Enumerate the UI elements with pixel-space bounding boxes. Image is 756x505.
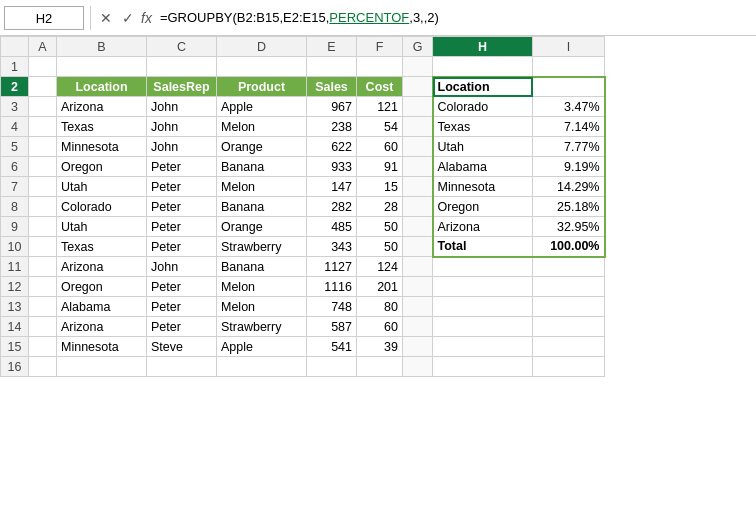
cell-A12[interactable]	[29, 277, 57, 297]
cell-A6[interactable]	[29, 157, 57, 177]
cell-G13[interactable]	[403, 297, 433, 317]
cell-A7[interactable]	[29, 177, 57, 197]
cell-A5[interactable]	[29, 137, 57, 157]
cell-C6[interactable]: Peter	[147, 157, 217, 177]
cell-G12[interactable]	[403, 277, 433, 297]
cell-G10[interactable]	[403, 237, 433, 257]
cell-F6[interactable]: 91	[357, 157, 403, 177]
cell-H3[interactable]: Colorado	[433, 97, 533, 117]
row-header-7[interactable]: 7	[1, 177, 29, 197]
cell-H11[interactable]	[433, 257, 533, 277]
cell-B7[interactable]: Utah	[57, 177, 147, 197]
cell-B10[interactable]: Texas	[57, 237, 147, 257]
cell-C4[interactable]: John	[147, 117, 217, 137]
cell-E8[interactable]: 282	[307, 197, 357, 217]
cell-G15[interactable]	[403, 337, 433, 357]
col-header-c[interactable]: C	[147, 37, 217, 57]
cell-C12[interactable]: Peter	[147, 277, 217, 297]
col-header-i[interactable]: I	[533, 37, 605, 57]
row-header-8[interactable]: 8	[1, 197, 29, 217]
cell-E4[interactable]: 238	[307, 117, 357, 137]
cell-A3[interactable]	[29, 97, 57, 117]
cell-B3[interactable]: Arizona	[57, 97, 147, 117]
cell-C5[interactable]: John	[147, 137, 217, 157]
cell-B6[interactable]: Oregon	[57, 157, 147, 177]
cell-I9[interactable]: 32.95%	[533, 217, 605, 237]
cell-I7[interactable]: 14.29%	[533, 177, 605, 197]
cell-D5[interactable]: Orange	[217, 137, 307, 157]
cell-I2[interactable]	[533, 77, 605, 97]
cell-G5[interactable]	[403, 137, 433, 157]
row-header-10[interactable]: 10	[1, 237, 29, 257]
cell-F1[interactable]	[357, 57, 403, 77]
cell-C14[interactable]: Peter	[147, 317, 217, 337]
cell-A2[interactable]	[29, 77, 57, 97]
cell-H2[interactable]: Location	[433, 77, 533, 97]
cell-B12[interactable]: Oregon	[57, 277, 147, 297]
cell-F3[interactable]: 121	[357, 97, 403, 117]
cell-B15[interactable]: Minnesota	[57, 337, 147, 357]
cell-C3[interactable]: John	[147, 97, 217, 117]
cell-D4[interactable]: Melon	[217, 117, 307, 137]
row-header-13[interactable]: 13	[1, 297, 29, 317]
cell-E12[interactable]: 1116	[307, 277, 357, 297]
cell-F8[interactable]: 28	[357, 197, 403, 217]
cell-D3[interactable]: Apple	[217, 97, 307, 117]
cell-G14[interactable]	[403, 317, 433, 337]
cell-D12[interactable]: Melon	[217, 277, 307, 297]
cell-H14[interactable]	[433, 317, 533, 337]
cell-A11[interactable]	[29, 257, 57, 277]
cell-I14[interactable]	[533, 317, 605, 337]
cell-I8[interactable]: 25.18%	[533, 197, 605, 217]
cell-C11[interactable]: John	[147, 257, 217, 277]
row-header-2[interactable]: 2	[1, 77, 29, 97]
cell-E1[interactable]	[307, 57, 357, 77]
cell-A4[interactable]	[29, 117, 57, 137]
cell-C8[interactable]: Peter	[147, 197, 217, 217]
cell-E10[interactable]: 343	[307, 237, 357, 257]
cell-F15[interactable]: 39	[357, 337, 403, 357]
cell-F10[interactable]: 50	[357, 237, 403, 257]
cell-H12[interactable]	[433, 277, 533, 297]
cell-I4[interactable]: 7.14%	[533, 117, 605, 137]
formula-display[interactable]: =GROUPBY(B2:B15,E2:E15,PERCENTOF,3,,2)	[160, 10, 752, 25]
cell-E2[interactable]: Sales	[307, 77, 357, 97]
cell-G7[interactable]	[403, 177, 433, 197]
cell-E14[interactable]: 587	[307, 317, 357, 337]
cell-F2[interactable]: Cost	[357, 77, 403, 97]
row-header-1[interactable]: 1	[1, 57, 29, 77]
cell-H1[interactable]	[433, 57, 533, 77]
cell-D1[interactable]	[217, 57, 307, 77]
confirm-icon[interactable]: ✓	[119, 8, 137, 28]
cell-E16[interactable]	[307, 357, 357, 377]
cell-E7[interactable]: 147	[307, 177, 357, 197]
cell-C10[interactable]: Peter	[147, 237, 217, 257]
cell-G16[interactable]	[403, 357, 433, 377]
cell-I15[interactable]	[533, 337, 605, 357]
cell-A15[interactable]	[29, 337, 57, 357]
cell-H15[interactable]	[433, 337, 533, 357]
cell-F12[interactable]: 201	[357, 277, 403, 297]
row-header-9[interactable]: 9	[1, 217, 29, 237]
cell-D2[interactable]: Product	[217, 77, 307, 97]
cell-F4[interactable]: 54	[357, 117, 403, 137]
cell-F13[interactable]: 80	[357, 297, 403, 317]
cell-B5[interactable]: Minnesota	[57, 137, 147, 157]
row-header-15[interactable]: 15	[1, 337, 29, 357]
cell-A14[interactable]	[29, 317, 57, 337]
cell-H9[interactable]: Arizona	[433, 217, 533, 237]
row-header-6[interactable]: 6	[1, 157, 29, 177]
cell-E3[interactable]: 967	[307, 97, 357, 117]
cell-F5[interactable]: 60	[357, 137, 403, 157]
cell-C1[interactable]	[147, 57, 217, 77]
cell-D7[interactable]: Melon	[217, 177, 307, 197]
cell-I12[interactable]	[533, 277, 605, 297]
cell-H4[interactable]: Texas	[433, 117, 533, 137]
cell-H5[interactable]: Utah	[433, 137, 533, 157]
cell-E11[interactable]: 1127	[307, 257, 357, 277]
cell-E9[interactable]: 485	[307, 217, 357, 237]
cell-G2[interactable]	[403, 77, 433, 97]
cell-H7[interactable]: Minnesota	[433, 177, 533, 197]
cell-C13[interactable]: Peter	[147, 297, 217, 317]
cell-G3[interactable]	[403, 97, 433, 117]
